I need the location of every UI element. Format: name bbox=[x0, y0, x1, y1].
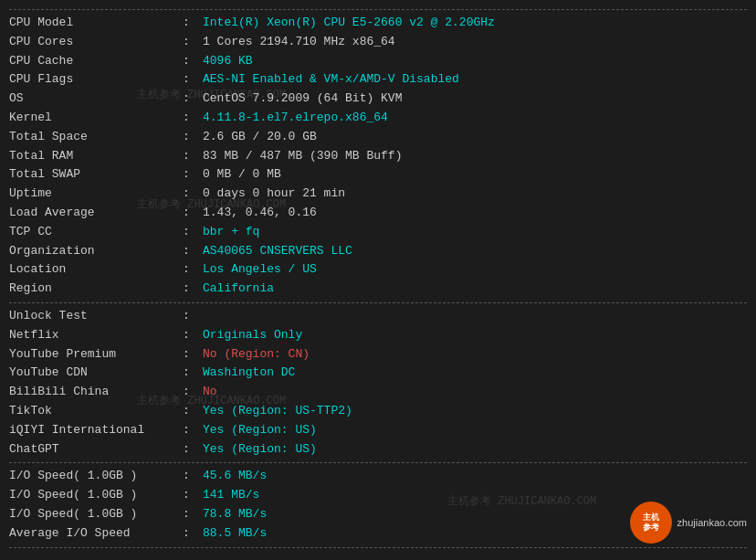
row-value: Yes (Region: US) bbox=[203, 421, 317, 440]
table-row: Organization : AS40065 CNSERVERS LLC bbox=[9, 242, 747, 261]
row-label: Netflix bbox=[9, 326, 183, 345]
row-value: Los Angeles / US bbox=[203, 260, 317, 280]
terminal: CPU Model : Intel(R) Xeon(R) CPU E5-2660… bbox=[0, 0, 756, 560]
table-row: Netflix : Originals Only bbox=[9, 326, 747, 345]
row-colon: : bbox=[183, 402, 199, 421]
row-label: Location bbox=[9, 260, 183, 280]
row-colon: : bbox=[183, 204, 199, 223]
table-row: YouTube Premium : No (Region: CN) bbox=[9, 345, 747, 365]
row-label: TCP CC bbox=[9, 223, 183, 242]
row-value: 0 MB / 0 MB bbox=[203, 165, 281, 185]
table-row: Average I/O Speed : 88.5 MB/s bbox=[9, 524, 747, 544]
row-colon: : bbox=[183, 52, 199, 71]
row-value: Originals Only bbox=[203, 326, 302, 345]
row-colon: : bbox=[183, 260, 199, 280]
row-value: California bbox=[203, 280, 274, 299]
row-colon: : bbox=[183, 147, 199, 166]
row-label: CPU Model bbox=[9, 14, 183, 33]
row-colon: : bbox=[183, 364, 199, 383]
table-row: Uptime : 0 days 0 hour 21 min bbox=[9, 185, 747, 204]
row-label: TikTok bbox=[9, 402, 183, 421]
row-label: I/O Speed( 1.0GB ) bbox=[9, 505, 183, 524]
row-colon: : bbox=[183, 505, 199, 524]
bottom-divider bbox=[9, 547, 747, 548]
row-value: 4096 KB bbox=[203, 52, 253, 71]
table-row: CPU Model : Intel(R) Xeon(R) CPU E5-2660… bbox=[9, 14, 747, 33]
row-label: Kernel bbox=[9, 109, 183, 128]
table-row: Unlock Test : bbox=[9, 307, 747, 326]
table-row: CPU Cache : 4096 KB bbox=[9, 52, 747, 71]
mid-divider-1 bbox=[9, 302, 747, 303]
table-row: TCP CC : bbr + fq bbox=[9, 223, 747, 242]
row-label: Uptime bbox=[9, 185, 183, 204]
table-row: ChatGPT : Yes (Region: US) bbox=[9, 440, 747, 460]
row-colon: : bbox=[183, 440, 199, 460]
row-colon: : bbox=[183, 185, 199, 204]
table-row: Region : California bbox=[9, 280, 747, 299]
unlock-section: Unlock Test : Netflix : Originals OnlyYo… bbox=[9, 307, 747, 459]
row-label: iQIYI International bbox=[9, 421, 183, 440]
row-value: 4.11.8-1.el7.elrepo.x86_64 bbox=[203, 109, 388, 128]
table-row: I/O Speed( 1.0GB ) : 78.8 MB/s bbox=[9, 505, 747, 524]
row-label: I/O Speed( 1.0GB ) bbox=[9, 486, 183, 505]
mid-divider-2 bbox=[9, 462, 747, 463]
table-row: BiliBili China : No bbox=[9, 383, 747, 402]
row-label: Load Average bbox=[9, 204, 183, 223]
row-colon: : bbox=[183, 326, 199, 345]
row-colon: : bbox=[183, 421, 199, 440]
row-value: bbr + fq bbox=[203, 223, 259, 242]
row-value: No bbox=[203, 383, 217, 402]
table-row: Load Average : 1.43, 0.46, 0.16 bbox=[9, 204, 747, 223]
table-row: TikTok : Yes (Region: US-TTP2) bbox=[9, 402, 747, 421]
row-label: Total SWAP bbox=[9, 165, 183, 185]
table-row: Location : Los Angeles / US bbox=[9, 260, 747, 280]
row-colon: : bbox=[183, 242, 199, 261]
row-value: 1.43, 0.46, 0.16 bbox=[203, 204, 317, 223]
row-label: Total Space bbox=[9, 128, 183, 147]
row-value: 45.6 MB/s bbox=[203, 467, 267, 486]
row-colon: : bbox=[183, 109, 199, 128]
row-label: Average I/O Speed bbox=[9, 524, 183, 544]
table-row: I/O Speed( 1.0GB ) : 45.6 MB/s bbox=[9, 467, 747, 486]
table-row: CPU Cores : 1 Cores 2194.710 MHz x86_64 bbox=[9, 33, 747, 52]
row-value: 83 MB / 487 MB (390 MB Buff) bbox=[203, 147, 402, 166]
row-label: Total RAM bbox=[9, 147, 183, 166]
row-colon: : bbox=[183, 383, 199, 402]
row-label: Region bbox=[9, 280, 183, 299]
io-section: I/O Speed( 1.0GB ) : 45.6 MB/sI/O Speed(… bbox=[9, 467, 747, 543]
row-label: YouTube CDN bbox=[9, 364, 183, 383]
row-label: BiliBili China bbox=[9, 383, 183, 402]
row-colon: : bbox=[183, 467, 199, 486]
row-value: Intel(R) Xeon(R) CPU E5-2660 v2 @ 2.20GH… bbox=[203, 14, 495, 33]
row-label: YouTube Premium bbox=[9, 345, 183, 365]
row-label: I/O Speed( 1.0GB ) bbox=[9, 467, 183, 486]
row-colon: : bbox=[183, 345, 199, 365]
top-divider bbox=[9, 9, 747, 10]
row-label: ChatGPT bbox=[9, 440, 183, 460]
row-value: AS40065 CNSERVERS LLC bbox=[203, 242, 352, 261]
row-value: CentOS 7.9.2009 (64 Bit) KVM bbox=[203, 90, 402, 109]
row-value: Yes (Region: US-TTP2) bbox=[203, 402, 352, 421]
row-colon: : bbox=[183, 90, 199, 109]
table-row: CPU Flags : AES-NI Enabled & VM-x/AMD-V … bbox=[9, 70, 747, 90]
row-colon: : bbox=[183, 524, 199, 544]
row-label: OS bbox=[9, 90, 183, 109]
row-value: Washington DC bbox=[203, 364, 295, 383]
row-colon: : bbox=[183, 223, 199, 242]
row-value: 1 Cores 2194.710 MHz x86_64 bbox=[203, 33, 395, 52]
table-row: Kernel : 4.11.8-1.el7.elrepo.x86_64 bbox=[9, 109, 747, 128]
table-row: Total SWAP : 0 MB / 0 MB bbox=[9, 165, 747, 185]
row-colon: : bbox=[183, 33, 199, 52]
row-colon: : bbox=[183, 486, 199, 505]
table-row: Total Space : 2.6 GB / 20.0 GB bbox=[9, 128, 747, 147]
row-value: AES-NI Enabled & VM-x/AMD-V Disabled bbox=[203, 70, 459, 90]
row-label: CPU Cores bbox=[9, 33, 183, 52]
row-label: Organization bbox=[9, 242, 183, 261]
row-label: CPU Flags bbox=[9, 70, 183, 90]
row-colon: : bbox=[183, 70, 199, 90]
row-value: No (Region: CN) bbox=[203, 345, 310, 365]
row-colon: : bbox=[183, 14, 199, 33]
row-colon: : bbox=[183, 280, 199, 299]
row-value: 0 days 0 hour 21 min bbox=[203, 185, 345, 204]
row-value: 141 MB/s bbox=[203, 486, 259, 505]
